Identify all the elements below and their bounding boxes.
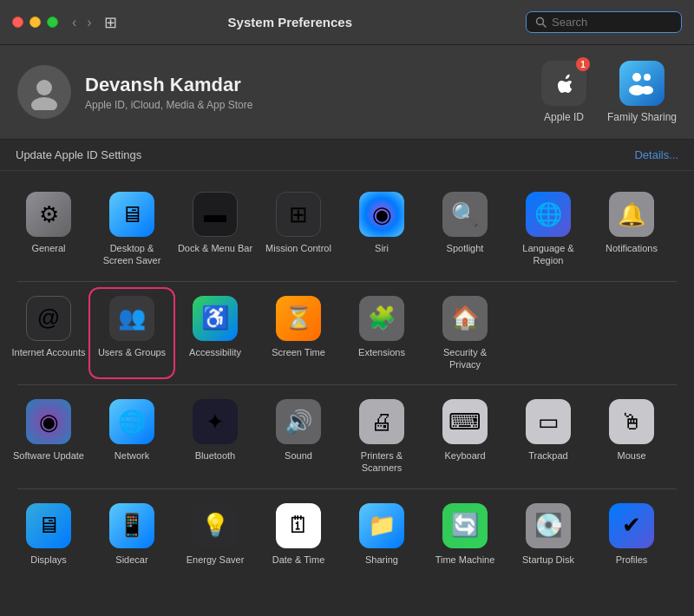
search-box[interactable] (526, 11, 682, 33)
internet-icon: @ (26, 296, 71, 341)
apple-logo-icon (551, 70, 577, 96)
avatar-icon (26, 74, 62, 110)
notifications-icon: 🔔 (609, 192, 654, 237)
mission-label: Mission Control (265, 242, 331, 254)
apple-id-label: Apple ID (544, 111, 584, 123)
pref-item-extensions[interactable]: 🧩Extensions (340, 289, 423, 378)
pref-item-keyboard[interactable]: ⌨Keyboard (423, 392, 507, 482)
pref-item-timemachine[interactable]: 🔄Time Machine (423, 496, 507, 573)
spotlight-icon: 🔍 (442, 192, 488, 237)
desktop-icon: 🖥 (109, 192, 154, 237)
extensions-icon: 🧩 (359, 296, 404, 341)
printers-label: Printers & Scanners (344, 449, 420, 475)
notifications-label: Notifications (606, 242, 658, 254)
svg-point-3 (31, 97, 57, 110)
profile-right: 1 Apple ID Family Sharing (541, 61, 677, 123)
mission-icon: ⊞ (276, 192, 321, 237)
minimize-button[interactable] (29, 16, 41, 28)
profile-subtitle: Apple ID, iCloud, Media & App Store (85, 99, 252, 111)
pref-item-startup[interactable]: 💽Startup Disk (507, 496, 590, 573)
apple-id-button[interactable]: 1 Apple ID (541, 61, 586, 123)
divider-3 (17, 488, 677, 489)
security-icon: 🏠 (442, 296, 488, 341)
pref-item-language[interactable]: 🌐Language & Region (507, 185, 590, 274)
users-icon: 👥 (109, 296, 154, 341)
svg-point-4 (632, 73, 641, 82)
pref-item-datetime[interactable]: 🗓Date & Time (257, 496, 340, 573)
pref-item-network[interactable]: 🌐Network (90, 392, 174, 482)
svg-line-1 (543, 24, 546, 27)
sharing-label: Sharing (365, 554, 398, 566)
pref-item-printers[interactable]: 🖨Printers & Scanners (340, 392, 423, 482)
svg-point-2 (36, 80, 52, 95)
internet-label: Internet Accounts (12, 346, 86, 358)
family-icon (626, 68, 658, 99)
sound-icon: 🔊 (276, 399, 321, 444)
pref-item-trackpad[interactable]: ▭Trackpad (507, 392, 590, 482)
pref-item-sidecar[interactable]: 📱Sidecar (90, 496, 174, 573)
pref-item-mouse[interactable]: 🖱Mouse (590, 392, 673, 482)
search-input[interactable] (552, 16, 665, 29)
pref-item-general[interactable]: ⚙General (7, 185, 90, 274)
close-button[interactable] (12, 16, 23, 28)
startup-label: Startup Disk (522, 554, 574, 566)
energy-icon: 💡 (193, 503, 238, 548)
pref-item-siri[interactable]: ◉Siri (340, 185, 423, 274)
users-label: Users & Groups (98, 346, 166, 358)
pref-item-software[interactable]: ◉Software Update (7, 392, 90, 482)
traffic-lights (12, 16, 58, 28)
network-icon: 🌐 (109, 399, 154, 444)
prefs-container: ⚙General🖥Desktop & Screen Saver▬Dock & M… (0, 171, 694, 587)
software-label: Software Update (13, 449, 84, 462)
pref-item-desktop[interactable]: 🖥Desktop & Screen Saver (90, 185, 174, 274)
pref-item-notifications[interactable]: 🔔Notifications (590, 185, 673, 274)
pref-item-sound[interactable]: 🔊Sound (257, 392, 340, 482)
pref-item-bluetooth[interactable]: ✦Bluetooth (174, 392, 257, 482)
divider-2 (17, 384, 677, 385)
pref-item-profiles[interactable]: ✔Profiles (590, 496, 673, 573)
section-security: @Internet Accounts👥Users & Groups♿Access… (7, 284, 687, 383)
siri-icon: ◉ (359, 192, 404, 237)
mouse-icon: 🖱 (609, 399, 654, 444)
pref-item-dock[interactable]: ▬Dock & Menu Bar (174, 185, 257, 274)
profile-left: Devansh Kamdar Apple ID, iCloud, Media &… (17, 65, 252, 119)
pref-item-security[interactable]: 🏠Security & Privacy (423, 289, 507, 378)
family-sharing-icon (619, 61, 665, 106)
energy-label: Energy Saver (187, 554, 245, 566)
trackpad-label: Trackpad (528, 449, 567, 462)
section-system: 🖥Displays📱Sidecar💡Energy Saver🗓Date & Ti… (7, 491, 687, 578)
displays-icon: 🖥 (26, 503, 71, 548)
general-label: General (31, 242, 65, 254)
timemachine-icon: 🔄 (442, 503, 488, 548)
section-personal: ⚙General🖥Desktop & Screen Saver▬Dock & M… (7, 180, 687, 279)
keyboard-icon: ⌨ (442, 399, 488, 444)
pref-item-displays[interactable]: 🖥Displays (7, 496, 90, 573)
extensions-label: Extensions (358, 346, 405, 358)
profile-section: Devansh Kamdar Apple ID, iCloud, Media &… (0, 45, 694, 139)
pref-item-mission[interactable]: ⊞Mission Control (257, 185, 340, 274)
profile-info: Devansh Kamdar Apple ID, iCloud, Media &… (85, 74, 252, 111)
software-icon: ◉ (26, 399, 71, 444)
window-title: System Preferences (55, 15, 526, 29)
family-sharing-label: Family Sharing (607, 111, 677, 123)
keyboard-label: Keyboard (444, 449, 485, 462)
mouse-label: Mouse (617, 449, 645, 462)
pref-item-spotlight[interactable]: 🔍Spotlight (423, 185, 507, 274)
timemachine-label: Time Machine (435, 554, 495, 566)
details-link[interactable]: Details... (634, 148, 678, 161)
svg-point-0 (537, 18, 544, 25)
family-sharing-button[interactable]: Family Sharing (607, 61, 677, 123)
pref-item-users[interactable]: 👥Users & Groups (90, 289, 174, 378)
security-label: Security & Privacy (427, 346, 503, 371)
pref-item-sharing[interactable]: 📁Sharing (340, 496, 423, 573)
siri-label: Siri (375, 242, 389, 254)
pref-item-screentime[interactable]: ⏳Screen Time (257, 289, 340, 378)
general-icon: ⚙ (26, 192, 71, 237)
pref-item-internet[interactable]: @Internet Accounts (7, 289, 90, 378)
printers-icon: 🖨 (359, 399, 404, 444)
accessibility-icon: ♿ (193, 296, 238, 341)
pref-item-accessibility[interactable]: ♿Accessibility (174, 289, 257, 378)
bluetooth-icon: ✦ (193, 399, 238, 444)
pref-item-energy[interactable]: 💡Energy Saver (174, 496, 257, 573)
language-icon: 🌐 (526, 192, 571, 237)
